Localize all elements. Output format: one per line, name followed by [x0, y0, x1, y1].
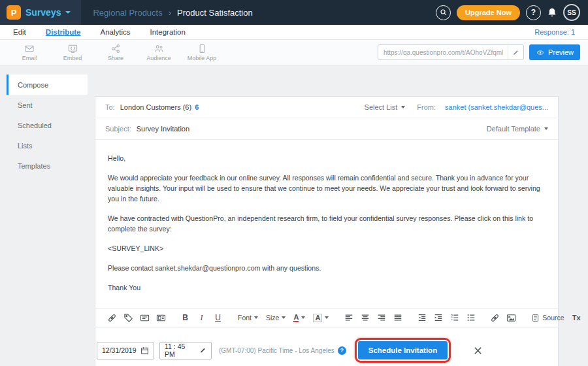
chevron-down-icon [282, 316, 286, 319]
bullet-list-button[interactable] [465, 311, 477, 324]
tag-icon [123, 313, 133, 323]
annotation-highlight-ring: Schedule Invitation [355, 338, 451, 363]
remove-format-button[interactable]: Tx [570, 311, 583, 324]
background-color-button[interactable]: A [311, 311, 331, 324]
help-button[interactable]: ? [526, 5, 541, 20]
to-recipients-field[interactable]: London Customers (6) [120, 103, 191, 111]
channel-audience-label: Audience [146, 55, 171, 61]
distribute-content: Compose Sent Scheduled Lists Templates T… [0, 65, 588, 366]
search-button[interactable] [436, 5, 451, 20]
outdent-button[interactable] [416, 311, 428, 324]
align-right-button[interactable] [375, 311, 387, 324]
channel-audience[interactable]: Audience [137, 44, 180, 61]
indent-button[interactable] [432, 311, 444, 324]
compose-card: To: London Customers (6) 6 Select List F… [95, 96, 559, 366]
channel-email-label: Email [22, 55, 37, 61]
tab-edit[interactable]: Edit [13, 28, 26, 36]
pencil-icon [512, 49, 519, 56]
bell-icon [547, 7, 557, 18]
hyperlink-button[interactable] [489, 311, 501, 324]
font-dropdown[interactable]: Font [236, 311, 260, 324]
chevron-down-icon [301, 316, 305, 319]
tab-analytics[interactable]: Analytics [101, 28, 131, 36]
underline-button[interactable]: U [212, 311, 224, 324]
bold-button[interactable]: B [179, 311, 191, 324]
email-icon [24, 44, 35, 54]
select-list-dropdown[interactable]: Select List [365, 103, 406, 111]
chain-link-icon [107, 313, 117, 323]
channel-email[interactable]: Email [8, 44, 51, 61]
italic-button[interactable]: I [195, 311, 208, 324]
preview-button[interactable]: Preview [529, 44, 580, 60]
mobile-app-icon [197, 44, 207, 54]
notifications-button[interactable] [547, 7, 557, 18]
channel-embed[interactable]: Embed [51, 44, 94, 61]
sidebar-item-scheduled[interactable]: Scheduled [7, 115, 88, 135]
merge-tag-button[interactable] [122, 311, 135, 324]
close-icon[interactable] [473, 346, 483, 356]
editor-toolbar: B I U Font Size A A [95, 308, 558, 327]
surveys-app-menu[interactable]: P Surveys [0, 0, 81, 25]
align-left-button[interactable] [342, 311, 355, 324]
upgrade-now-button[interactable]: Upgrade Now [457, 5, 520, 20]
response-count[interactable]: Response: 1 [534, 28, 575, 36]
subject-field[interactable]: Survey Invitation [137, 125, 189, 133]
tab-distribute[interactable]: Distribute [46, 28, 81, 36]
email-paragraph: <SURVEY_LINK> [108, 243, 550, 254]
avatar[interactable]: SS [563, 4, 580, 21]
breadcrumb-folder[interactable]: Regional Products [93, 8, 162, 18]
email-body-editor[interactable]: Hello, We would appreciate your feedback… [95, 140, 558, 308]
email-sidebar: Compose Sent Scheduled Lists Templates [7, 75, 88, 176]
sidebar-item-templates[interactable]: Templates [7, 156, 88, 176]
topbar-actions: Upgrade Now ? SS [436, 4, 588, 21]
select-list-label: Select List [365, 103, 398, 111]
chevron-down-icon [254, 316, 258, 319]
question-mark-icon: ? [340, 347, 344, 354]
survey-url-box: https://qa.questionpro.com/t/AOhoVZfqml [378, 44, 524, 60]
questionpro-logo: P [7, 5, 21, 20]
channel-embed-label: Embed [63, 55, 82, 61]
background-color-letter: A [313, 314, 322, 322]
card-icon [140, 313, 150, 323]
text-color-button[interactable]: A [291, 311, 307, 324]
chevron-down-icon [325, 316, 329, 319]
insert-image-button[interactable] [505, 311, 517, 324]
schedule-date-input[interactable]: 12/31/2019 [97, 342, 154, 359]
chain-link-icon [490, 313, 500, 323]
source-button[interactable]: Source [529, 311, 566, 324]
pencil-icon [199, 346, 206, 354]
from-field: From: sanket (sanket.shekdar@ques... [417, 103, 548, 111]
to-row: To: London Customers (6) 6 Select List F… [95, 97, 558, 118]
schedule-invitation-label: Schedule Invitation [368, 346, 437, 354]
insert-template-button[interactable] [155, 311, 167, 324]
ordered-list-button[interactable] [448, 311, 461, 324]
search-icon [440, 8, 448, 16]
to-row-right: Select List From: sanket (sanket.shekdar… [365, 103, 548, 111]
schedule-time-input[interactable]: 11 : 45 PM [159, 342, 212, 359]
schedule-date-value: 12/31/2019 [102, 346, 137, 354]
embed-icon [67, 44, 78, 54]
insert-card-button[interactable] [139, 311, 151, 324]
timezone-help-button[interactable]: ? [338, 346, 346, 355]
indent-increase-icon [434, 313, 443, 322]
sidebar-item-compose[interactable]: Compose [7, 75, 88, 95]
channel-mobile-app[interactable]: Mobile App [180, 44, 223, 61]
channel-share[interactable]: Share [94, 44, 137, 61]
survey-url-input[interactable]: https://qa.questionpro.com/t/AOhoVZfqml [378, 49, 508, 56]
size-dropdown[interactable]: Size [264, 311, 287, 324]
template-dropdown[interactable]: Default Template [487, 125, 548, 133]
from-sender-link[interactable]: sanket (sanket.shekdar@ques... [445, 103, 548, 111]
align-center-button[interactable] [359, 311, 371, 324]
insert-survey-link-button[interactable] [106, 311, 118, 324]
recipient-count-badge[interactable]: 6 [195, 103, 199, 111]
share-icon [110, 44, 121, 54]
sidebar-item-sent[interactable]: Sent [7, 95, 88, 115]
indent-decrease-icon [417, 313, 427, 322]
justify-button[interactable] [391, 311, 404, 324]
schedule-controls: 12/31/2019 11 : 45 PM (GMT-07:00) Pacifi… [97, 338, 558, 363]
tab-integration[interactable]: Integration [150, 28, 186, 36]
schedule-invitation-button[interactable]: Schedule Invitation [358, 341, 448, 359]
edit-url-button[interactable] [508, 45, 523, 59]
sidebar-item-lists[interactable]: Lists [7, 135, 88, 156]
to-label: To: [105, 103, 115, 111]
